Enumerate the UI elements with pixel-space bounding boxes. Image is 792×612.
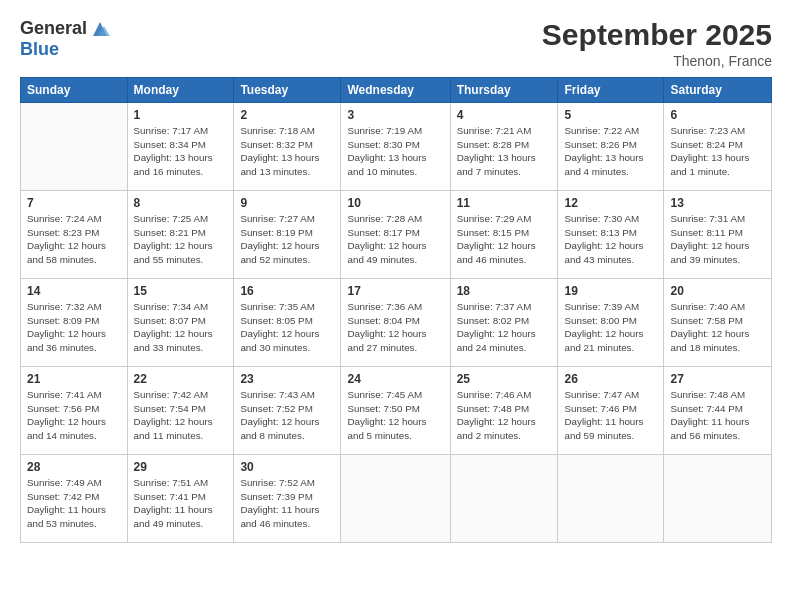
calendar-cell: 7Sunrise: 7:24 AMSunset: 8:23 PMDaylight… [21,191,128,279]
logo: General Blue [20,18,111,60]
day-info: Sunrise: 7:24 AMSunset: 8:23 PMDaylight:… [27,213,106,265]
day-info: Sunrise: 7:45 AMSunset: 7:50 PMDaylight:… [347,389,426,441]
day-info: Sunrise: 7:31 AMSunset: 8:11 PMDaylight:… [670,213,749,265]
day-info: Sunrise: 7:41 AMSunset: 7:56 PMDaylight:… [27,389,106,441]
calendar-cell: 6Sunrise: 7:23 AMSunset: 8:24 PMDaylight… [664,103,772,191]
day-info: Sunrise: 7:25 AMSunset: 8:21 PMDaylight:… [134,213,213,265]
day-info: Sunrise: 7:52 AMSunset: 7:39 PMDaylight:… [240,477,319,529]
day-number: 14 [27,284,121,298]
calendar-header-thursday: Thursday [450,78,558,103]
day-number: 26 [564,372,657,386]
day-number: 4 [457,108,552,122]
calendar-cell [664,455,772,543]
day-number: 7 [27,196,121,210]
calendar-cell: 1Sunrise: 7:17 AMSunset: 8:34 PMDaylight… [127,103,234,191]
day-info: Sunrise: 7:46 AMSunset: 7:48 PMDaylight:… [457,389,536,441]
logo-icon [89,18,111,40]
day-number: 9 [240,196,334,210]
day-number: 28 [27,460,121,474]
calendar-cell: 4Sunrise: 7:21 AMSunset: 8:28 PMDaylight… [450,103,558,191]
day-number: 10 [347,196,443,210]
day-info: Sunrise: 7:19 AMSunset: 8:30 PMDaylight:… [347,125,426,177]
calendar-cell [21,103,128,191]
calendar-cell: 12Sunrise: 7:30 AMSunset: 8:13 PMDayligh… [558,191,664,279]
day-info: Sunrise: 7:27 AMSunset: 8:19 PMDaylight:… [240,213,319,265]
calendar-header-saturday: Saturday [664,78,772,103]
title-block: September 2025 Thenon, France [542,18,772,69]
day-info: Sunrise: 7:21 AMSunset: 8:28 PMDaylight:… [457,125,536,177]
day-info: Sunrise: 7:48 AMSunset: 7:44 PMDaylight:… [670,389,749,441]
calendar-cell [450,455,558,543]
day-info: Sunrise: 7:39 AMSunset: 8:00 PMDaylight:… [564,301,643,353]
day-number: 17 [347,284,443,298]
day-info: Sunrise: 7:47 AMSunset: 7:46 PMDaylight:… [564,389,643,441]
calendar-cell: 2Sunrise: 7:18 AMSunset: 8:32 PMDaylight… [234,103,341,191]
day-info: Sunrise: 7:29 AMSunset: 8:15 PMDaylight:… [457,213,536,265]
calendar-cell: 25Sunrise: 7:46 AMSunset: 7:48 PMDayligh… [450,367,558,455]
day-info: Sunrise: 7:36 AMSunset: 8:04 PMDaylight:… [347,301,426,353]
calendar-cell: 5Sunrise: 7:22 AMSunset: 8:26 PMDaylight… [558,103,664,191]
day-info: Sunrise: 7:49 AMSunset: 7:42 PMDaylight:… [27,477,106,529]
day-info: Sunrise: 7:17 AMSunset: 8:34 PMDaylight:… [134,125,213,177]
subtitle: Thenon, France [542,53,772,69]
calendar-cell: 21Sunrise: 7:41 AMSunset: 7:56 PMDayligh… [21,367,128,455]
calendar-cell: 8Sunrise: 7:25 AMSunset: 8:21 PMDaylight… [127,191,234,279]
calendar-cell: 15Sunrise: 7:34 AMSunset: 8:07 PMDayligh… [127,279,234,367]
day-number: 1 [134,108,228,122]
calendar-header-friday: Friday [558,78,664,103]
calendar-cell: 11Sunrise: 7:29 AMSunset: 8:15 PMDayligh… [450,191,558,279]
day-info: Sunrise: 7:43 AMSunset: 7:52 PMDaylight:… [240,389,319,441]
calendar-cell: 18Sunrise: 7:37 AMSunset: 8:02 PMDayligh… [450,279,558,367]
day-number: 3 [347,108,443,122]
day-number: 20 [670,284,765,298]
day-number: 22 [134,372,228,386]
day-info: Sunrise: 7:51 AMSunset: 7:41 PMDaylight:… [134,477,213,529]
day-info: Sunrise: 7:18 AMSunset: 8:32 PMDaylight:… [240,125,319,177]
logo-blue-text: Blue [20,40,111,60]
calendar-cell: 14Sunrise: 7:32 AMSunset: 8:09 PMDayligh… [21,279,128,367]
day-info: Sunrise: 7:30 AMSunset: 8:13 PMDaylight:… [564,213,643,265]
day-number: 30 [240,460,334,474]
calendar-cell [558,455,664,543]
day-number: 25 [457,372,552,386]
day-number: 19 [564,284,657,298]
calendar-week-5: 28Sunrise: 7:49 AMSunset: 7:42 PMDayligh… [21,455,772,543]
day-info: Sunrise: 7:28 AMSunset: 8:17 PMDaylight:… [347,213,426,265]
day-number: 8 [134,196,228,210]
calendar-cell: 13Sunrise: 7:31 AMSunset: 8:11 PMDayligh… [664,191,772,279]
calendar-cell: 29Sunrise: 7:51 AMSunset: 7:41 PMDayligh… [127,455,234,543]
day-number: 24 [347,372,443,386]
calendar-cell: 17Sunrise: 7:36 AMSunset: 8:04 PMDayligh… [341,279,450,367]
day-number: 16 [240,284,334,298]
calendar-cell: 16Sunrise: 7:35 AMSunset: 8:05 PMDayligh… [234,279,341,367]
day-number: 15 [134,284,228,298]
calendar-header-tuesday: Tuesday [234,78,341,103]
calendar-cell: 22Sunrise: 7:42 AMSunset: 7:54 PMDayligh… [127,367,234,455]
calendar-cell: 23Sunrise: 7:43 AMSunset: 7:52 PMDayligh… [234,367,341,455]
calendar-header-wednesday: Wednesday [341,78,450,103]
day-number: 12 [564,196,657,210]
day-number: 5 [564,108,657,122]
calendar-cell: 26Sunrise: 7:47 AMSunset: 7:46 PMDayligh… [558,367,664,455]
calendar-cell: 9Sunrise: 7:27 AMSunset: 8:19 PMDaylight… [234,191,341,279]
calendar-table: SundayMondayTuesdayWednesdayThursdayFrid… [20,77,772,543]
day-info: Sunrise: 7:37 AMSunset: 8:02 PMDaylight:… [457,301,536,353]
header: General Blue September 2025 Thenon, Fran… [20,18,772,69]
day-number: 6 [670,108,765,122]
day-info: Sunrise: 7:35 AMSunset: 8:05 PMDaylight:… [240,301,319,353]
calendar-header-sunday: Sunday [21,78,128,103]
day-info: Sunrise: 7:23 AMSunset: 8:24 PMDaylight:… [670,125,749,177]
day-number: 29 [134,460,228,474]
day-number: 21 [27,372,121,386]
calendar-header-row: SundayMondayTuesdayWednesdayThursdayFrid… [21,78,772,103]
calendar-cell: 3Sunrise: 7:19 AMSunset: 8:30 PMDaylight… [341,103,450,191]
day-number: 27 [670,372,765,386]
day-number: 2 [240,108,334,122]
day-info: Sunrise: 7:40 AMSunset: 7:58 PMDaylight:… [670,301,749,353]
day-info: Sunrise: 7:42 AMSunset: 7:54 PMDaylight:… [134,389,213,441]
day-number: 13 [670,196,765,210]
main-title: September 2025 [542,18,772,51]
calendar-week-4: 21Sunrise: 7:41 AMSunset: 7:56 PMDayligh… [21,367,772,455]
calendar-week-1: 1Sunrise: 7:17 AMSunset: 8:34 PMDaylight… [21,103,772,191]
calendar-cell: 10Sunrise: 7:28 AMSunset: 8:17 PMDayligh… [341,191,450,279]
